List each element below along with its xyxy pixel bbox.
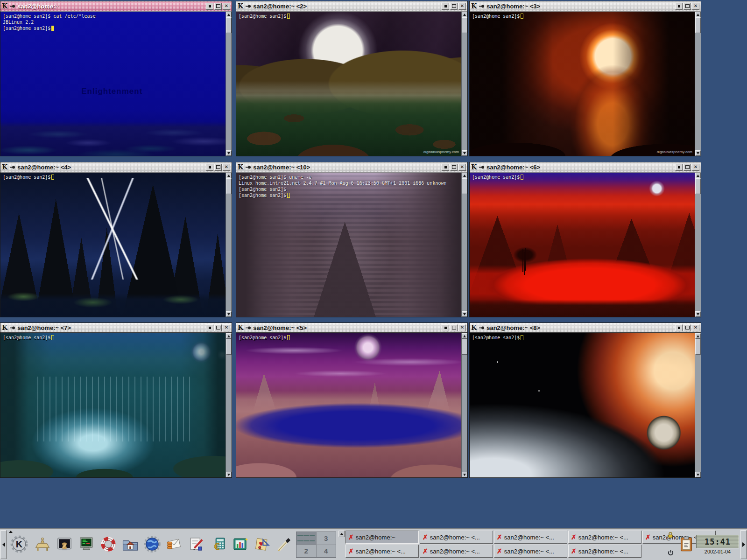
minimize-button[interactable] (206, 324, 213, 331)
titlebar[interactable]: K san2@home:~ <5> ✕ (236, 323, 467, 333)
terminal-scrollbar[interactable] (226, 173, 232, 317)
terminal-screen[interactable]: [san2@home san2]$ (0, 172, 232, 317)
minimize-button[interactable] (206, 164, 213, 171)
kmenu-button[interactable]: K (7, 530, 31, 559)
scrollbar-thumb[interactable] (695, 17, 701, 33)
sticky-pin-icon[interactable] (9, 325, 15, 331)
terminal-screen[interactable]: [san2@home san2]$ (470, 333, 701, 477)
scrollbar-thumb[interactable] (695, 178, 701, 194)
launcher-konqueror[interactable] (141, 530, 163, 559)
launcher-kword[interactable] (185, 530, 207, 559)
launcher-konsole[interactable] (54, 530, 75, 559)
task-button-2[interactable]: ✗san2@home:~ <... (420, 531, 493, 544)
task-button-1[interactable]: ✗san2@home:~ (345, 531, 419, 544)
minimize-button[interactable] (675, 3, 683, 10)
scroll-down-icon[interactable] (226, 150, 232, 156)
maximize-button[interactable] (684, 324, 691, 331)
window-app-icon[interactable]: K (471, 324, 477, 331)
scroll-down-icon[interactable] (226, 472, 232, 477)
terminal-scrollbar[interactable] (461, 12, 467, 156)
lock-screen-button[interactable] (667, 532, 674, 540)
maximize-button[interactable] (450, 324, 458, 331)
maximize-button[interactable] (214, 3, 222, 10)
titlebar[interactable]: K san2@home:~ <7> ✕ (0, 323, 232, 333)
task-button-4[interactable]: ✗san2@home:~ <... (568, 531, 641, 544)
launcher-help[interactable] (98, 530, 119, 559)
scrollbar-thumb[interactable] (462, 178, 467, 194)
desktop[interactable]: K san2@home:~ ✕ [san2@home san2]$ cat /e… (0, 0, 747, 560)
terminal-screen[interactable]: [san2@home san2]$ (470, 172, 701, 317)
scroll-down-icon[interactable] (695, 311, 701, 317)
close-button[interactable]: ✕ (458, 3, 466, 10)
sticky-pin-icon[interactable] (245, 325, 251, 331)
close-button[interactable]: ✕ (223, 324, 230, 331)
scroll-up-icon[interactable] (226, 333, 232, 339)
terminal-screen[interactable]: [san2@home san2]$ digitalblasphemy.com (236, 11, 467, 156)
launcher-home[interactable] (120, 530, 141, 559)
scroll-up-icon[interactable] (226, 173, 232, 178)
sticky-pin-icon[interactable] (9, 164, 15, 170)
launcher-desk[interactable] (32, 530, 53, 559)
scrollbar-thumb[interactable] (226, 178, 232, 194)
close-button[interactable]: ✕ (223, 3, 230, 10)
window-app-icon[interactable]: K (471, 3, 477, 9)
pager-desktop-4[interactable]: 4 (317, 545, 336, 558)
panel-clock[interactable]: 15:41 2002-01-04 (696, 531, 739, 559)
launcher-kmail[interactable] (163, 530, 185, 559)
terminal-scrollbar[interactable] (695, 173, 701, 317)
window-app-icon[interactable]: K (238, 3, 243, 9)
sticky-pin-icon[interactable] (479, 164, 485, 170)
sticky-pin-icon[interactable] (245, 164, 251, 170)
launcher-chart[interactable]: ✦ (229, 530, 251, 559)
minimize-button[interactable] (206, 3, 213, 10)
close-button[interactable]: ✕ (692, 3, 699, 10)
panel-hide-right-button[interactable] (740, 530, 747, 559)
scroll-up-icon[interactable] (695, 12, 701, 17)
titlebar[interactable]: K san2@home:~ <6> ✕ (470, 162, 701, 172)
scrollbar-thumb[interactable] (462, 17, 467, 33)
window-app-icon[interactable]: K (471, 164, 477, 170)
maximize-button[interactable] (684, 164, 691, 171)
scrollbar-thumb[interactable] (226, 17, 232, 33)
scroll-up-icon[interactable] (695, 333, 701, 339)
task-button-6[interactable]: ✗san2@home:~ <... (345, 545, 419, 558)
titlebar[interactable]: K san2@home:~ <8> ✕ (470, 323, 701, 333)
scrollbar-thumb[interactable] (226, 339, 232, 355)
titlebar[interactable]: K san2@home:~ <10> ✕ (236, 162, 467, 172)
terminal-scrollbar[interactable] (226, 12, 232, 156)
window-app-icon[interactable]: K (2, 164, 7, 170)
pager-desktop-1[interactable] (296, 532, 316, 545)
sticky-pin-icon[interactable] (479, 325, 485, 331)
maximize-button[interactable] (214, 164, 222, 171)
launcher-drawing[interactable]: ♥ (251, 530, 273, 559)
sticky-pin-icon[interactable] (245, 3, 251, 9)
terminal-screen[interactable]: [san2@home san2]$ (236, 333, 467, 477)
terminal-scrollbar[interactable] (226, 333, 232, 477)
terminal-scrollbar[interactable] (461, 333, 467, 477)
launcher-pen[interactable] (273, 530, 295, 559)
scroll-down-icon[interactable] (462, 472, 467, 477)
window-app-icon[interactable]: K (238, 324, 243, 331)
scroll-down-icon[interactable] (695, 472, 701, 477)
pager-desktop-3[interactable]: 3 (317, 532, 336, 545)
close-button[interactable]: ✕ (223, 164, 230, 171)
scroll-up-icon[interactable] (226, 12, 232, 17)
scrollbar-thumb[interactable] (462, 339, 467, 355)
task-button-8[interactable]: ✗san2@home:~ <... (494, 545, 567, 558)
klipper-button[interactable] (678, 531, 695, 559)
window-app-icon[interactable]: K (2, 324, 7, 331)
minimize-button[interactable] (675, 164, 683, 171)
panel-hide-left-button[interactable] (0, 530, 7, 559)
scroll-down-icon[interactable] (695, 150, 701, 156)
task-button-7[interactable]: ✗san2@home:~ <... (420, 545, 493, 558)
sticky-pin-icon[interactable] (9, 3, 15, 9)
terminal-scrollbar[interactable] (695, 12, 701, 156)
scroll-up-icon[interactable] (462, 12, 467, 17)
scrollbar-thumb[interactable] (695, 339, 701, 355)
maximize-button[interactable] (450, 164, 458, 171)
window-app-icon[interactable]: K (238, 164, 243, 170)
maximize-button[interactable] (214, 324, 222, 331)
launcher-euro-calc[interactable]: € (207, 530, 229, 559)
titlebar[interactable]: K san2@home:~ ✕ (0, 1, 232, 11)
terminal-screen[interactable]: [san2@home san2]$ uname -aLinux home.int… (236, 172, 467, 317)
